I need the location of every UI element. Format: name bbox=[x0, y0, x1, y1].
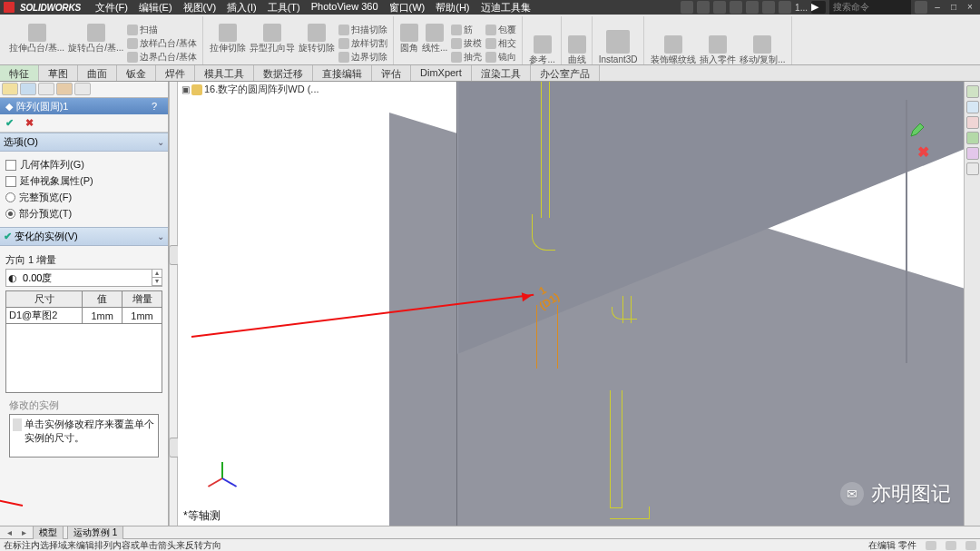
wrap-button[interactable]: 包覆 bbox=[485, 24, 516, 36]
help-icon[interactable] bbox=[915, 1, 927, 14]
partial-preview-radio[interactable] bbox=[5, 209, 15, 219]
extrude-boss-icon[interactable] bbox=[28, 24, 46, 42]
tab-model[interactable]: 模型 bbox=[33, 526, 64, 539]
linear-pattern-icon[interactable] bbox=[426, 24, 444, 42]
instant3d-icon[interactable] bbox=[606, 30, 630, 54]
window-minimize-icon[interactable]: – bbox=[931, 2, 944, 13]
config-manager-tab-icon[interactable] bbox=[38, 83, 54, 95]
revolve-cut-icon[interactable] bbox=[308, 24, 326, 42]
geom-pattern-checkbox[interactable] bbox=[5, 160, 16, 171]
qat-new-icon[interactable] bbox=[681, 1, 693, 14]
revolve-boss-icon[interactable] bbox=[87, 24, 105, 42]
tab-dimxpert[interactable]: DimXpert bbox=[411, 65, 472, 81]
qat-save-icon[interactable] bbox=[713, 1, 726, 14]
qat-rebuild-icon[interactable] bbox=[762, 1, 775, 14]
tab-directedit[interactable]: 直接编辑 bbox=[313, 65, 372, 81]
shell-button[interactable]: 抽壳 bbox=[451, 51, 482, 64]
loft-button[interactable]: 放样凸台/基体 bbox=[127, 37, 197, 50]
panel-splitter[interactable] bbox=[169, 82, 178, 526]
tab-motion-study[interactable]: 运动算例 1 bbox=[67, 526, 123, 539]
dim-name-cell[interactable]: D1@草图2 bbox=[6, 308, 83, 324]
tab-sketch[interactable]: 草图 bbox=[39, 65, 78, 81]
command-search-input[interactable]: 搜索命令 bbox=[829, 0, 911, 15]
view-triad bbox=[205, 462, 241, 498]
menu-edit[interactable]: 编辑(E) bbox=[135, 1, 176, 15]
full-preview-radio[interactable] bbox=[5, 192, 15, 202]
ok-button[interactable]: ✔ bbox=[5, 117, 18, 130]
mirror-button[interactable]: 镜向 bbox=[485, 51, 516, 64]
status-rebuild-icon[interactable] bbox=[965, 541, 976, 550]
sweep-cut-button[interactable]: 扫描切除 bbox=[338, 24, 387, 36]
dim-val-cell[interactable]: 1mm bbox=[83, 308, 122, 324]
taskpane-appearances-icon[interactable] bbox=[966, 147, 979, 160]
taskpane-properties-icon[interactable] bbox=[966, 162, 979, 175]
loft-cut-button[interactable]: 放样切割 bbox=[338, 37, 387, 50]
menu-help[interactable]: 帮助(H) bbox=[432, 1, 473, 15]
reference-geom-icon[interactable] bbox=[534, 35, 552, 54]
varied-section-header[interactable]: ✔变化的实例(V) ⌄ bbox=[0, 227, 168, 246]
menu-maidi[interactable]: 迈迪工具集 bbox=[477, 1, 534, 15]
window-restore-icon[interactable]: □ bbox=[947, 2, 960, 13]
rib-button[interactable]: 筋 bbox=[451, 24, 473, 36]
boundary-button[interactable]: 边界凸台/基体 bbox=[127, 51, 197, 64]
boundary-cut-button[interactable]: 边界切除 bbox=[338, 51, 387, 64]
search-scope-icon[interactable]: ▶ bbox=[811, 1, 826, 14]
tab-datamigration[interactable]: 数据迁移 bbox=[254, 65, 313, 81]
tab-render[interactable]: 渲染工具 bbox=[472, 65, 531, 81]
angle-increment-input[interactable]: ◐ ▴▾ bbox=[5, 269, 162, 287]
dimxpert-manager-tab-icon[interactable] bbox=[56, 83, 73, 95]
qat-print-icon[interactable] bbox=[730, 1, 742, 14]
curves-icon[interactable] bbox=[568, 35, 586, 54]
menu-window[interactable]: 窗口(W) bbox=[386, 1, 429, 15]
feature-tree-tab-icon[interactable] bbox=[2, 83, 18, 95]
window-close-icon[interactable]: × bbox=[964, 2, 976, 13]
fillet-icon[interactable] bbox=[400, 24, 418, 42]
insert-part-icon[interactable] bbox=[709, 35, 727, 54]
pattern-preview-1 bbox=[541, 82, 550, 218]
tab-evaluate[interactable]: 评估 bbox=[372, 65, 411, 81]
cancel-button[interactable]: ✖ bbox=[25, 117, 38, 130]
qat-options-icon[interactable] bbox=[779, 1, 791, 14]
sweep-button[interactable]: 扫描 bbox=[127, 24, 158, 36]
tab-weldments[interactable]: 焊件 bbox=[156, 65, 195, 81]
dim-inc-cell[interactable]: 1mm bbox=[122, 308, 162, 324]
taskpane-view-palette-icon[interactable] bbox=[966, 132, 979, 144]
graphics-area[interactable]: ⊞ ❐ – □ × ▣ 16.数字的圆周阵列WD (... bbox=[178, 82, 964, 526]
angle-value-field[interactable] bbox=[19, 272, 152, 283]
tab-surface[interactable]: 曲面 bbox=[78, 65, 117, 81]
property-manager-tab-icon[interactable] bbox=[20, 83, 36, 95]
tab-sheetmetal[interactable]: 钣金 bbox=[117, 65, 156, 81]
intersect-button[interactable]: 相交 bbox=[485, 37, 516, 50]
status-units-icon[interactable] bbox=[926, 541, 936, 550]
menu-view[interactable]: 视图(V) bbox=[180, 1, 220, 15]
tab-scroll-right-icon[interactable]: ▸ bbox=[18, 527, 29, 537]
taskpane-library-icon[interactable] bbox=[966, 101, 979, 113]
pm-help-icon[interactable]: ? bbox=[152, 101, 162, 112]
display-manager-tab-icon[interactable] bbox=[74, 83, 91, 95]
draft-button[interactable]: 拔模 bbox=[451, 37, 482, 50]
tab-features[interactable]: 特征 bbox=[0, 65, 39, 81]
qat-undo-icon[interactable] bbox=[746, 1, 759, 14]
partial-preview-label: 部分预览(T) bbox=[19, 207, 72, 221]
status-custom-icon[interactable] bbox=[946, 541, 956, 550]
taskpane-explorer-icon[interactable] bbox=[966, 116, 979, 129]
triad-y-axis bbox=[221, 462, 223, 478]
menu-file[interactable]: 文件(F) bbox=[92, 1, 132, 15]
tab-scroll-left-icon[interactable]: ◂ bbox=[4, 527, 15, 537]
modified-instances-box[interactable]: 单击实例修改程序来覆盖单个实例的尺寸。 bbox=[9, 414, 159, 458]
extend-visual-checkbox[interactable] bbox=[5, 176, 16, 187]
qat-open-icon[interactable] bbox=[697, 1, 710, 14]
exit-edit-icon[interactable]: ✖ bbox=[917, 143, 929, 161]
menu-tools[interactable]: 工具(T) bbox=[264, 1, 304, 15]
spin-down-icon[interactable]: ▾ bbox=[152, 278, 162, 286]
options-section-header[interactable]: 选项(O) ⌄ bbox=[0, 133, 168, 152]
menu-photoview[interactable]: PhotoView 360 bbox=[308, 1, 382, 15]
cosmetic-thread-icon[interactable] bbox=[664, 35, 682, 54]
extrude-cut-icon[interactable] bbox=[219, 24, 237, 42]
tab-office[interactable]: 办公室产品 bbox=[531, 65, 600, 81]
tab-moldtools[interactable]: 模具工具 bbox=[195, 65, 254, 81]
taskpane-resources-icon[interactable] bbox=[966, 85, 979, 98]
menu-insert[interactable]: 插入(I) bbox=[223, 1, 260, 15]
hole-wizard-icon[interactable] bbox=[263, 24, 281, 42]
move-copy-icon[interactable] bbox=[753, 35, 771, 54]
